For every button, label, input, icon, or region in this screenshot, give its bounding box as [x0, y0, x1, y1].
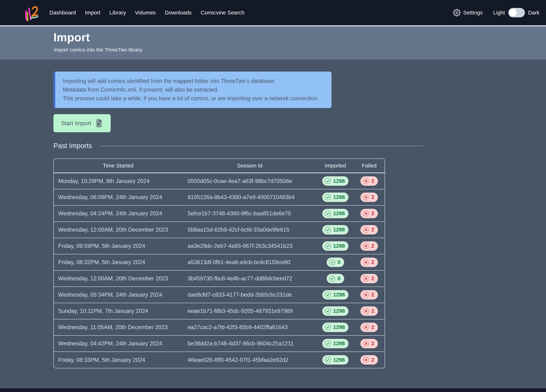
- failed-cell: 2: [354, 222, 385, 238]
- badge-count: 2: [371, 341, 374, 346]
- circle-x-icon: [363, 291, 369, 298]
- circle-check-icon: [325, 308, 331, 314]
- circle-x-icon: [363, 275, 369, 282]
- failed-count-badge: 2: [360, 323, 378, 332]
- circle-x-icon: [363, 243, 369, 249]
- notification-line-1: Importing will add comics identified fro…: [63, 77, 324, 85]
- time-started-cell: Friday, 08:32PM, 5th January 2024: [54, 254, 182, 270]
- nav-item-volumes[interactable]: Volumes: [135, 10, 156, 16]
- theme-dark-label: Dark: [528, 10, 540, 16]
- start-import-label: Start Import: [61, 120, 91, 127]
- nav-item-dashboard[interactable]: Dashboard: [50, 10, 76, 16]
- circle-check-icon: [325, 210, 331, 217]
- navbar-right: Settings Light Dark: [453, 8, 540, 17]
- nav-item-comicvine-search[interactable]: Comicvine Search: [201, 10, 245, 16]
- badge-count: 2: [371, 260, 374, 265]
- footer-bar: [0, 388, 546, 392]
- failed-cell: 2: [354, 270, 385, 287]
- circle-check-icon: [325, 226, 331, 233]
- badge-count: 1298: [333, 292, 345, 297]
- column-header-failed: Failed: [354, 159, 385, 173]
- imported-count-badge: 1298: [322, 209, 349, 218]
- badge-count: 1298: [333, 227, 345, 232]
- imported-count-badge: 1298: [322, 290, 349, 300]
- circle-x-icon: [363, 194, 369, 201]
- navbar: DashboardImportLibraryVolumesDownloadsCo…: [0, 0, 546, 25]
- circle-check-icon: [325, 324, 331, 331]
- time-started-cell: Sunday, 10:11PM, 7th January 2024: [54, 303, 182, 319]
- nav-links: DashboardImportLibraryVolumesDownloadsCo…: [50, 10, 245, 16]
- imported-cell: 1298: [317, 303, 354, 319]
- badge-count: 2: [371, 292, 374, 297]
- session-id-cell: 3b459730-fbc8-4e4b-ac77-dd86dcbeed72: [182, 270, 317, 287]
- circle-check-icon: [325, 356, 331, 363]
- badge-count: 1298: [333, 243, 345, 248]
- column-header-session-id: Session Id: [182, 159, 317, 173]
- failed-cell: 2: [354, 205, 385, 222]
- session-id-cell: 46eae026-8ff0-4542-97f1-45bfaa2e82d2: [182, 352, 317, 368]
- circle-check-icon: [325, 243, 331, 249]
- table-row: Friday, 09:59PM, 5th January 2024aa3e29d…: [54, 238, 385, 254]
- failed-cell: 2: [354, 335, 385, 352]
- circle-x-icon: [363, 324, 369, 331]
- threetwo-logo-icon[interactable]: [22, 3, 41, 22]
- nav-item-library[interactable]: Library: [109, 10, 126, 16]
- theme-toggle[interactable]: [508, 8, 525, 17]
- column-header-imported: Imported: [317, 159, 354, 173]
- failed-cell: 2: [354, 238, 385, 254]
- circle-check-icon: [329, 259, 336, 266]
- session-id-cell: 8105126a-8b43-4390-a7e9-4000710483b4: [182, 189, 317, 205]
- imported-count-badge: 0: [327, 274, 344, 283]
- failed-count-badge: 2: [360, 290, 378, 300]
- session-id-cell: dae8cfd7-c833-4177-bedd-2bb5cbc231de: [182, 287, 317, 303]
- time-started-cell: Wednesday, 11:05AM, 20th December 2023: [54, 319, 182, 335]
- badge-count: 1298: [333, 211, 345, 216]
- table-row: Wednesday, 05:34PM, 24th January 2024dae…: [54, 287, 385, 303]
- badge-count: 2: [371, 195, 374, 200]
- session-id-cell: aa3e29dc-2eb7-4a93-967f-2b3c34541b23: [182, 238, 317, 254]
- circle-x-icon: [363, 210, 369, 217]
- page-subtitle: Import comics into the ThreeTwo library.: [54, 47, 546, 53]
- nav-item-downloads[interactable]: Downloads: [165, 10, 192, 16]
- badge-count: 2: [371, 276, 374, 281]
- theme-toggle-knob: [509, 9, 517, 16]
- imports-table-body: Monday, 10:29PM, 8th January 20240550d05…: [54, 173, 385, 368]
- time-started-cell: Monday, 10:29PM, 8th January 2024: [54, 173, 182, 189]
- table-row: Friday, 08:33PM, 5th January 202446eae02…: [54, 352, 385, 368]
- time-started-cell: Wednesday, 06:09PM, 24th January 2024: [54, 189, 182, 205]
- imported-count-badge: 1298: [322, 176, 349, 186]
- section-divider-line: [100, 146, 424, 146]
- badge-count: 2: [371, 243, 374, 248]
- table-header-row: Time StartedSession IdImportedFailed: [54, 159, 385, 173]
- time-started-cell: Friday, 08:33PM, 5th January 2024: [54, 352, 182, 368]
- start-import-button[interactable]: Start Import: [53, 114, 111, 132]
- settings-label: Settings: [463, 10, 483, 16]
- settings-link[interactable]: Settings: [453, 9, 483, 16]
- table-row: Monday, 10:29PM, 8th January 20240550d05…: [54, 173, 385, 189]
- circle-check-icon: [325, 194, 331, 201]
- time-started-cell: Wednesday, 04:24PM, 24th January 2024: [54, 205, 182, 222]
- circle-x-icon: [363, 259, 369, 266]
- past-imports-table: Time StartedSession IdImportedFailed Mon…: [53, 158, 385, 368]
- failed-count-badge: 2: [360, 306, 378, 316]
- badge-count: 1298: [333, 341, 345, 346]
- failed-cell: 2: [354, 189, 385, 205]
- circle-x-icon: [363, 356, 369, 363]
- badge-count: 2: [371, 325, 374, 330]
- imported-cell: 1298: [317, 352, 354, 368]
- circle-check-icon: [325, 177, 331, 184]
- theme-light-label: Light: [493, 10, 505, 16]
- table-row: Sunday, 10:11PM, 7th January 2024eeae1b7…: [54, 303, 385, 319]
- failed-count-badge: 2: [360, 209, 378, 218]
- badge-count: 1298: [333, 178, 345, 184]
- session-id-cell: 5b8aa15d-62b9-42cf-bcfd-33a0de9fe615: [182, 222, 317, 238]
- nav-item-import[interactable]: Import: [85, 10, 100, 16]
- import-info-notification: Importing will add comics identified fro…: [53, 72, 332, 108]
- imported-count-badge: 1298: [322, 193, 349, 202]
- circle-x-icon: [363, 340, 369, 347]
- time-started-cell: Wednesday, 12:00AM, 20th December 2023: [54, 270, 182, 287]
- failed-cell: 2: [354, 319, 385, 335]
- failed-cell: 2: [354, 254, 385, 270]
- session-id-cell: 5efce1b7-3748-4360-9f6c-baa851de6e70: [182, 205, 317, 222]
- gear-icon: [453, 9, 461, 16]
